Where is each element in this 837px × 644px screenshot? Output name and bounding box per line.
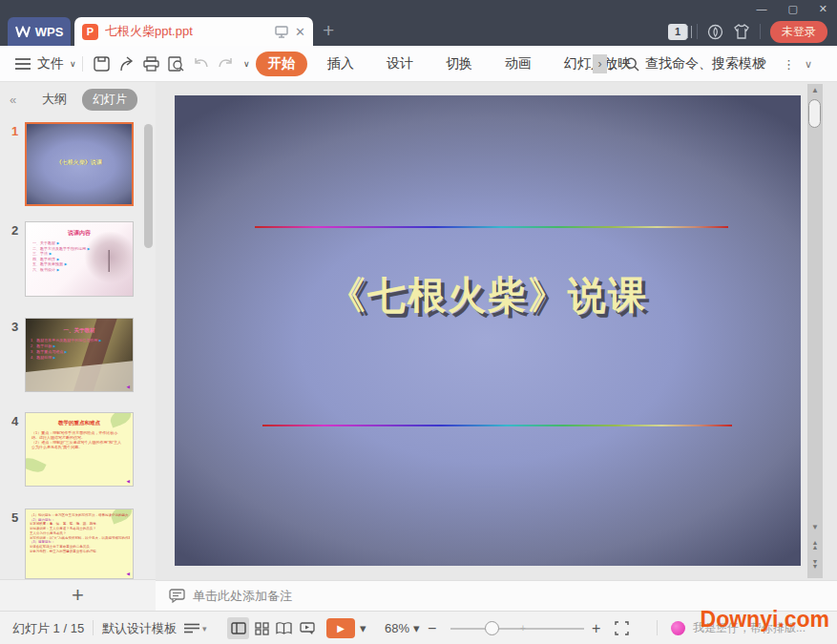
thumb-line: 1、教材在本单元及教材中的地位与作用 <box>31 339 97 343</box>
search-icon <box>625 57 639 72</box>
window-count-badge[interactable]: 1 <box>668 24 687 40</box>
ribbon: 文件 ∨ ∨ 开始 插入 设计 切换 动画 幻灯片放映 工 <box>0 46 837 82</box>
slideshow-view-button[interactable] <box>296 617 318 639</box>
file-menu[interactable]: 文件 <box>37 46 64 82</box>
skin-icon[interactable] <box>733 24 750 39</box>
leaf-decoration <box>25 454 47 475</box>
panel-scrollbar-thumb[interactable] <box>144 124 153 248</box>
present-icon[interactable] <box>275 26 288 38</box>
new-tab-button[interactable]: + <box>323 17 334 44</box>
play-dropdown-icon[interactable]: ▾ <box>360 612 366 644</box>
bullet-arrow-icon: ▶ <box>57 258 60 261</box>
scrollbar-thumb[interactable] <box>808 99 821 128</box>
minimize-button[interactable]: — <box>756 3 766 14</box>
wps-logo-icon <box>15 26 31 37</box>
bullet-arrow-icon: ▶ <box>53 356 56 360</box>
ribbon-tab-home[interactable]: 开始 <box>256 52 307 76</box>
slide-canvas-area: 《七根火柴》说课 ▲ ▼ ▲▲ ▼▼ <box>156 82 837 580</box>
normal-view-button[interactable] <box>227 617 249 639</box>
tab-scroll-right-button[interactable]: › <box>593 54 607 73</box>
login-button[interactable]: 未登录 <box>770 21 827 43</box>
thumb-line: ②学习先烈，树立为祖国建设事业奋斗的理想。 <box>30 549 130 553</box>
ppt-file-icon: P <box>82 24 98 40</box>
slide-title-text[interactable]: 《七根火柴》说课 <box>175 269 801 322</box>
template-name[interactable]: 默认设计模板 <box>102 612 177 644</box>
redo-icon[interactable] <box>218 46 234 82</box>
titlebar-tools: 1 未登录 <box>668 20 827 43</box>
thumb1-title: 《七根火柴》说课 <box>27 157 132 166</box>
search-label: 查找命令、搜索模板 <box>645 55 765 73</box>
ribbon-tab-animations[interactable]: 动画 <box>492 52 544 76</box>
command-search[interactable]: 查找命令、搜索模板 <box>625 46 765 82</box>
notes-icon <box>169 589 185 603</box>
zoom-slider-thumb[interactable] <box>485 621 499 635</box>
collapse-panel-icon[interactable]: « <box>10 93 16 107</box>
more-menu-icon[interactable]: ⋮ <box>783 46 795 82</box>
print-icon[interactable] <box>143 46 159 82</box>
collapse-ribbon-icon[interactable]: ∨ <box>805 46 812 82</box>
beautify-assistant-icon[interactable] <box>671 621 685 635</box>
thumb2-title: 说课内容 <box>26 229 133 238</box>
current-slide[interactable]: 《七根火柴》说课 <box>175 95 801 566</box>
play-slideshow-button[interactable]: ▶ <box>326 618 355 638</box>
slide-number: 5 <box>11 510 18 525</box>
wps-home-tab[interactable]: WPS <box>8 17 71 46</box>
thumb-line: 一、关于教材 <box>32 241 55 246</box>
tab-slides[interactable]: 幻灯片 <box>82 89 137 111</box>
add-slide-button[interactable]: + <box>0 579 156 611</box>
slide-sorter-view-button[interactable] <box>251 617 273 639</box>
slide-thumbnail-1[interactable]: 《七根火柴》说课 <box>25 122 134 206</box>
wps-label: WPS <box>35 25 64 39</box>
ribbon-tab-insert[interactable]: 插入 <box>315 52 366 76</box>
thumb5-lines: （1）知识目标：学习区分主与次的写作方法，培养阅读小说的能力。 （2）能力目标：… <box>30 512 130 553</box>
thumb-line: 三、学法 <box>32 252 48 257</box>
vertical-scrollbar[interactable]: ▲ ▼ ▲▲ ▼▼ <box>807 84 823 578</box>
slide-thumbnail-3[interactable]: 一、关于教材 1、教材在本单元及教材中的地位与作用▶ 2、教学目标▶ 3、教学重… <box>25 318 134 392</box>
notes-toggle[interactable]: ▾ <box>184 612 207 644</box>
fit-slide-button[interactable] <box>615 612 629 644</box>
slide-number: 2 <box>11 223 18 238</box>
slide-thumbnail-5[interactable]: （1）知识目标：学习区分主与次的写作方法，培养阅读小说的能力。 （2）能力目标：… <box>25 509 134 579</box>
tab-outline[interactable]: 大纲 <box>42 91 67 108</box>
save-icon[interactable] <box>94 46 110 82</box>
zoom-level[interactable]: 68% <box>385 612 409 644</box>
slide-thumbnail-2[interactable]: 说课内容 一、关于教材▶ 二、教学方法及教学手段的运用▶ 三、学法▶ 四、教学程… <box>25 221 134 297</box>
bullet-arrow-icon: ▶ <box>65 262 68 266</box>
notes-placeholder[interactable]: 单击此处添加备注 <box>193 588 292 605</box>
slide-thumbnail-4[interactable]: 教学的重点和难点 （1）重点：理解写作手法方面的特点，并作比较小结。进行人物描写… <box>25 412 134 487</box>
thumb-line: 4、教材处理 <box>31 356 52 361</box>
document-tab[interactable]: P 七根火柴ppt.ppt ✕ <box>74 17 313 46</box>
help-icon[interactable]: ? <box>759 46 766 82</box>
undo-icon[interactable] <box>193 46 209 82</box>
theme-icon[interactable] <box>707 24 723 40</box>
next-slide-button[interactable]: ▼▼ <box>807 559 823 569</box>
menu-icon[interactable] <box>15 46 31 82</box>
quickbar-dropdown-icon[interactable]: ∨ <box>243 46 250 82</box>
divider <box>760 24 761 39</box>
scroll-up-icon[interactable]: ▲ <box>807 86 823 94</box>
notes-lines-icon <box>184 623 199 634</box>
tab-close-icon[interactable]: ✕ <box>295 25 305 39</box>
close-button[interactable]: ✕ <box>819 3 827 15</box>
bullet-arrow-icon: ▶ <box>57 241 60 245</box>
back-arrow-icon: ◀ <box>127 571 130 576</box>
slide-number: 4 <box>11 414 18 428</box>
zoom-dropdown-icon[interactable]: ▾ <box>413 612 420 644</box>
scroll-down-icon[interactable]: ▼ <box>807 523 823 531</box>
export-icon[interactable] <box>118 46 136 82</box>
zoom-in-button[interactable]: + <box>592 612 600 644</box>
print-preview-icon[interactable] <box>168 46 184 82</box>
zoom-out-button[interactable]: − <box>428 612 436 644</box>
editing-area: 《七根火柴》说课 ▲ ▼ ▲▲ ▼▼ 单击此处添加备注 <box>156 82 837 611</box>
bullet-arrow-icon: ▶ <box>65 350 68 354</box>
previous-slide-button[interactable]: ▲▲ <box>807 540 823 550</box>
thumb2-items: 一、关于教材▶ 二、教学方法及教学手段的运用▶ 三、学法▶ 四、教学程序▶ 五、… <box>32 240 90 272</box>
maximize-button[interactable]: ▢ <box>787 3 797 15</box>
ribbon-tab-transitions[interactable]: 切换 <box>433 52 485 76</box>
back-arrow-icon: ◀ <box>127 479 130 484</box>
reading-view-button[interactable] <box>273 617 295 639</box>
zoom-slider-track[interactable] <box>450 628 584 630</box>
ribbon-tab-design[interactable]: 设计 <box>374 52 426 76</box>
divider <box>82 56 83 72</box>
panel-header: « 大纲 幻灯片 <box>0 82 156 116</box>
